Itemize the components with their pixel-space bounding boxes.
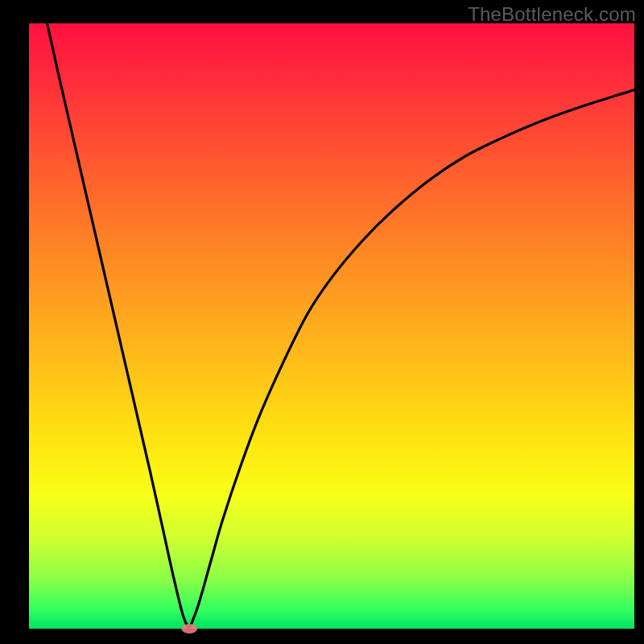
chart-frame: TheBottleneck.com — [0, 0, 644, 644]
curve-left-branch — [47, 23, 190, 629]
watermark-text: TheBottleneck.com — [468, 3, 636, 26]
plot-area — [29, 23, 634, 629]
curve-svg — [29, 23, 634, 629]
min-point-marker — [181, 624, 197, 634]
curve-right-branch — [189, 90, 634, 629]
